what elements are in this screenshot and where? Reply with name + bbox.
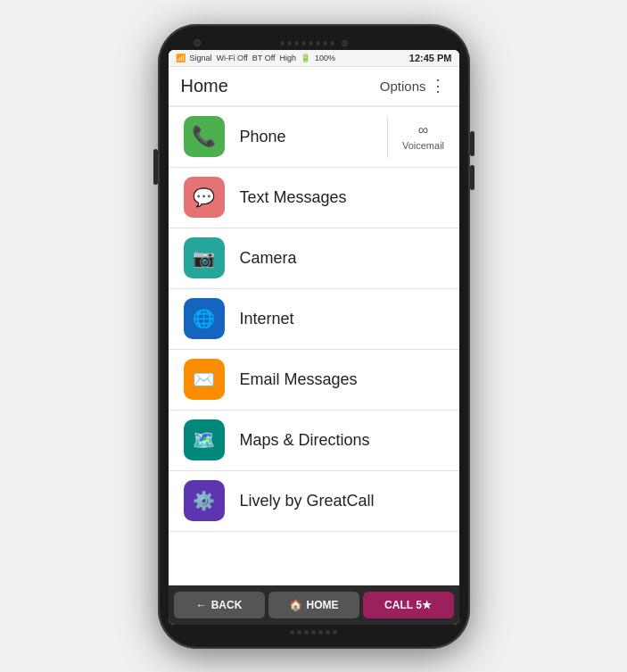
volume-down-button[interactable]	[470, 165, 474, 190]
maps-icon-wrap: 🗺️	[169, 419, 240, 460]
time-display: 12:45 PM	[409, 53, 452, 63]
speaker-dot	[316, 41, 320, 46]
sensor	[342, 40, 348, 46]
menu-item-email[interactable]: ✉️ Email Messages	[169, 350, 459, 411]
speaker-grille	[280, 41, 334, 46]
battery-text: 100%	[315, 54, 335, 62]
front-camera	[194, 39, 201, 46]
speaker-dot	[301, 41, 306, 46]
speaker-dot	[330, 41, 334, 46]
back-arrow-icon: ←	[196, 599, 207, 611]
lively-icon-wrap: ⚙️	[169, 480, 240, 521]
lively-icon: ⚙️	[184, 480, 225, 521]
home-button[interactable]: 🏠 HOME	[268, 592, 359, 618]
signal-text: Signal	[190, 54, 212, 62]
power-button[interactable]	[153, 149, 158, 185]
email-icon: ✉️	[184, 359, 225, 400]
maps-label: Maps & Directions	[240, 431, 459, 450]
phone-label: Phone	[240, 128, 387, 146]
status-left: 📶 Signal Wi-Fi Off BT Off High 🔋 100%	[176, 54, 336, 62]
menu-item-phone[interactable]: 📞 Phone ∞ Voicemail	[169, 107, 459, 168]
options-label: Options	[380, 79, 426, 94]
menu-item-internet[interactable]: 🌐 Internet	[169, 289, 459, 350]
menu-item-lively[interactable]: ⚙️ Lively by GreatCall	[169, 471, 459, 532]
home-dot	[297, 630, 301, 635]
home-icon: 🏠	[289, 599, 302, 611]
home-dot	[311, 630, 316, 635]
bottom-nav-bar: ← BACK 🏠 HOME CALL 5★	[169, 585, 459, 625]
camera-icon: 📷	[184, 237, 225, 278]
phone-icon-wrap: 📞	[169, 116, 240, 157]
text-messages-icon-wrap: 💬	[169, 177, 240, 218]
more-icon: ⋮	[430, 76, 447, 95]
bt-status: BT Off	[252, 54, 276, 62]
menu-list: 📞 Phone ∞ Voicemail 💬 Text Messages	[169, 107, 459, 585]
wifi-status: Wi-Fi Off	[217, 54, 248, 62]
text-messages-label: Text Messages	[240, 188, 459, 207]
home-dot	[326, 630, 330, 635]
phone-left: 📞 Phone	[169, 107, 387, 167]
camera-label: Camera	[240, 249, 459, 268]
home-indicator	[290, 630, 337, 635]
internet-label: Internet	[240, 310, 459, 328]
home-dot	[290, 630, 294, 635]
voicemail-icon: ∞	[418, 122, 428, 138]
internet-icon-wrap: 🌐	[169, 298, 240, 339]
email-icon-wrap: ✉️	[169, 359, 240, 400]
home-dot	[333, 630, 337, 635]
speaker-dot	[294, 41, 299, 46]
home-dot	[304, 630, 309, 635]
speaker-dot	[287, 41, 292, 46]
options-button[interactable]: Options ⋮	[380, 76, 447, 95]
volume-status: High	[280, 54, 297, 62]
back-label: BACK	[211, 599, 243, 611]
phone-bottom	[290, 625, 337, 638]
menu-item-text-messages[interactable]: 💬 Text Messages	[169, 168, 459, 228]
signal-indicator: 📶	[176, 54, 186, 62]
page-title: Home	[181, 76, 228, 96]
text-messages-icon: 💬	[184, 177, 225, 218]
speaker-dot	[323, 41, 327, 46]
call-button[interactable]: CALL 5★	[363, 592, 454, 618]
menu-item-camera[interactable]: 📷 Camera	[169, 228, 459, 289]
email-label: Email Messages	[240, 370, 459, 389]
speaker-dot	[280, 41, 285, 46]
phone-top	[169, 35, 459, 50]
lively-label: Lively by GreatCall	[240, 492, 459, 510]
screen: 📶 Signal Wi-Fi Off BT Off High 🔋 100% 12…	[169, 50, 459, 625]
speaker-dot	[309, 41, 313, 46]
battery-icon: 🔋	[301, 54, 310, 62]
app-header: Home Options ⋮	[169, 67, 459, 107]
maps-icon: 🗺️	[184, 419, 225, 460]
home-label: HOME	[307, 599, 339, 611]
internet-icon: 🌐	[184, 298, 225, 339]
volume-up-button[interactable]	[470, 131, 474, 156]
voicemail-button[interactable]: ∞ Voicemail	[388, 107, 459, 167]
back-button[interactable]: ← BACK	[174, 592, 265, 618]
status-bar: 📶 Signal Wi-Fi Off BT Off High 🔋 100% 12…	[169, 50, 459, 67]
phone-icon: 📞	[184, 116, 225, 157]
home-dot	[318, 630, 323, 635]
call-label: CALL 5★	[384, 599, 432, 611]
phone-device: 📶 Signal Wi-Fi Off BT Off High 🔋 100% 12…	[158, 24, 470, 649]
menu-item-maps[interactable]: 🗺️ Maps & Directions	[169, 411, 459, 471]
camera-icon-wrap: 📷	[169, 237, 240, 278]
voicemail-label: Voicemail	[402, 140, 444, 151]
